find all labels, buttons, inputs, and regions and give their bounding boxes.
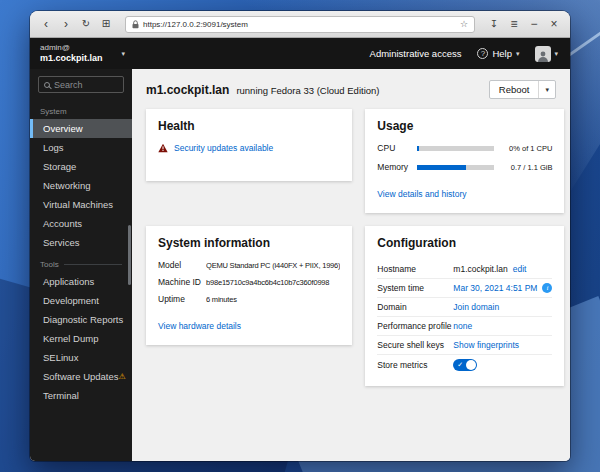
memory-progress-fill	[417, 165, 466, 170]
page-header: m1.cockpit.lan running Fedora 33 (Cloud …	[132, 69, 570, 109]
url-bar[interactable]: https://127.0.0.2:9091/system ☆	[125, 16, 475, 33]
hostname-row: Hostname m1.cockpit.lan edit	[377, 260, 552, 279]
show-fingerprints-link[interactable]: Show fingerprints	[453, 340, 519, 350]
sidebar-item-software-updates[interactable]: Software Updates ⚠	[30, 367, 132, 386]
cpu-usage-row: CPU 0% of 1 CPU	[377, 143, 552, 153]
system-time-label: System time	[377, 283, 453, 293]
store-metrics-toggle[interactable]: ✓	[453, 359, 477, 371]
health-card-title: Health	[158, 119, 340, 133]
user-icon	[537, 50, 549, 62]
page-hostname: m1.cockpit.lan	[146, 83, 229, 97]
sidebar-item-terminal[interactable]: Terminal	[30, 386, 132, 405]
downloads-icon[interactable]: ↧	[485, 15, 503, 33]
memory-usage-row: Memory 0.7 / 1.1 GiB	[377, 162, 552, 172]
join-domain-link[interactable]: Join domain	[453, 302, 499, 312]
security-warning-icon	[158, 143, 168, 153]
search-input[interactable]	[54, 80, 118, 90]
secure-shell-keys-row: Secure shell keys Show fingerprints	[377, 336, 552, 355]
app-body: System Overview Logs Storage Networking …	[30, 69, 570, 461]
security-updates-link[interactable]: Security updates available	[174, 143, 273, 153]
performance-profile-link[interactable]: none	[453, 321, 472, 331]
cpu-label: CPU	[377, 143, 411, 153]
performance-profile-row: Performance profile none	[377, 317, 552, 336]
host-name: m1.cockpit.lan	[40, 53, 117, 64]
configuration-card: Configuration Hostname m1.cockpit.lan ed…	[365, 226, 564, 386]
cpu-value: 0% of 1 CPU	[500, 144, 552, 153]
reload-icon[interactable]: ↻	[77, 15, 95, 33]
reboot-dropdown-toggle[interactable]: ▾	[538, 81, 555, 98]
sidebar-item-virtual-machines[interactable]: Virtual Machines	[30, 195, 132, 214]
sidebar-item-label: Virtual Machines	[43, 199, 113, 210]
sidebar-item-label: Software Updates	[43, 371, 119, 382]
sidebar-item-label: Diagnostic Reports	[43, 314, 123, 325]
model-value: QEMU Standard PC (i440FX + PIIX, 1996)	[206, 261, 340, 270]
session-menu[interactable]: ▾	[535, 46, 558, 62]
configuration-title: Configuration	[377, 236, 552, 250]
view-details-history-link[interactable]: View details and history	[377, 189, 466, 199]
back-icon[interactable]: ‹	[37, 15, 55, 33]
hostname-edit-link[interactable]: edit	[513, 264, 527, 274]
sidebar-item-kernel-dump[interactable]: Kernel Dump	[30, 329, 132, 348]
nav-section-label: System	[40, 107, 67, 116]
sidebar: System Overview Logs Storage Networking …	[30, 69, 132, 461]
host-switcher-labels: admin@ m1.cockpit.lan	[40, 43, 117, 64]
table-row: Machine ID b98e15710c9a4bc6b4c10b7c360f0…	[158, 277, 340, 287]
memory-value: 0.7 / 1.1 GiB	[500, 163, 552, 172]
sidebar-item-logs[interactable]: Logs	[30, 138, 132, 157]
sidebar-item-label: Terminal	[43, 390, 79, 401]
hostname-label: Hostname	[377, 264, 453, 274]
url-text: https://127.0.0.2:9091/system	[143, 20, 456, 29]
model-label: Model	[158, 260, 206, 270]
reboot-button[interactable]: Reboot	[490, 81, 539, 98]
table-row: Model QEMU Standard PC (i440FX + PIIX, 1…	[158, 260, 340, 270]
nav-section-tools: Tools	[30, 252, 132, 272]
pages-icon[interactable]: ⊞	[97, 15, 115, 33]
host-switcher[interactable]: admin@ m1.cockpit.lan ▾	[30, 38, 132, 69]
desktop-background: ‹ › ↻ ⊞ https://127.0.0.2:9091/system ☆ …	[0, 0, 600, 472]
page-os-subtitle: running Fedora 33 (Cloud Edition)	[236, 85, 379, 96]
sidebar-item-label: Networking	[43, 180, 91, 191]
masthead-actions: Administrative access ? Help ▾ ▾	[132, 38, 570, 69]
system-information-title: System information	[158, 236, 340, 250]
bookmark-star-icon[interactable]: ☆	[460, 19, 468, 29]
info-icon[interactable]: i	[542, 283, 552, 293]
sidebar-scrollbar[interactable]	[128, 225, 131, 285]
sidebar-item-label: Storage	[43, 161, 76, 172]
secure-shell-keys-label: Secure shell keys	[377, 340, 453, 350]
sidebar-item-storage[interactable]: Storage	[30, 157, 132, 176]
logged-in-user: admin@	[40, 43, 117, 53]
store-metrics-row: Store metrics ✓	[377, 355, 552, 374]
usage-card: Usage CPU 0% of 1 CPU Memory	[365, 109, 564, 213]
check-icon: ✓	[457, 359, 463, 371]
close-button[interactable]: ×	[545, 15, 563, 33]
chevron-down-icon: ▾	[121, 50, 125, 58]
nav-section-system: System	[30, 99, 132, 119]
sidebar-item-label: Applications	[43, 276, 94, 287]
machine-id-value: b98e15710c9a4bc6b4c10b7c360f0998	[206, 278, 340, 287]
minimize-button[interactable]: −	[525, 15, 543, 33]
menu-icon[interactable]: ≡	[505, 15, 523, 33]
administrative-access-button[interactable]: Administrative access	[370, 48, 462, 59]
cards-grid: Health Security updates available	[132, 109, 570, 400]
sidebar-item-applications[interactable]: Applications	[30, 272, 132, 291]
system-time-link[interactable]: Mar 30, 2021 4:51 PM	[453, 283, 537, 293]
forward-icon[interactable]: ›	[57, 15, 75, 33]
sidebar-item-overview[interactable]: Overview	[30, 119, 132, 138]
sidebar-item-accounts[interactable]: Accounts	[30, 214, 132, 233]
sidebar-item-label: Overview	[43, 123, 83, 134]
domain-label: Domain	[377, 302, 453, 312]
sidebar-item-label: Services	[43, 237, 79, 248]
health-item: Security updates available	[158, 143, 340, 153]
search-box[interactable]	[38, 76, 124, 93]
sidebar-item-label: Accounts	[43, 218, 82, 229]
sidebar-item-services[interactable]: Services	[30, 233, 132, 252]
view-hardware-details-link[interactable]: View hardware details	[158, 321, 241, 331]
sidebar-item-development[interactable]: Development	[30, 291, 132, 310]
sidebar-item-label: SELinux	[43, 352, 78, 363]
help-menu[interactable]: ? Help ▾	[477, 48, 519, 59]
section-divider	[64, 264, 122, 265]
sidebar-item-networking[interactable]: Networking	[30, 176, 132, 195]
sidebar-item-diagnostic-reports[interactable]: Diagnostic Reports	[30, 310, 132, 329]
lock-icon	[132, 20, 139, 29]
sidebar-item-selinux[interactable]: SELinux	[30, 348, 132, 367]
